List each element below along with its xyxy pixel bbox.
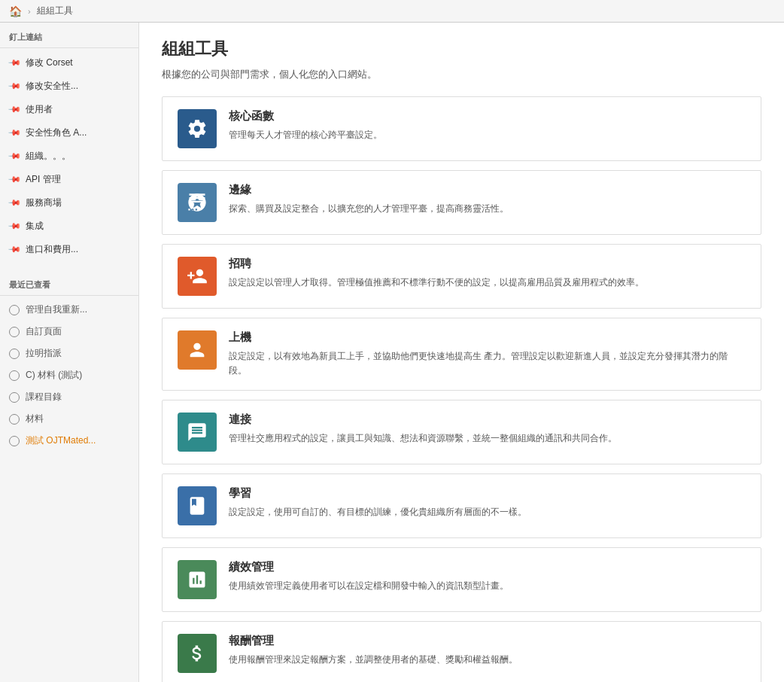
page-subtitle: 根據您的公司與部門需求，個人化您的入口網站。 — [162, 68, 761, 81]
card-desc-core-functions: 管理每天人才管理的核心跨平臺設定。 — [229, 128, 746, 142]
card-title-onboarding: 上機 — [229, 330, 746, 345]
sidebar-item-material[interactable]: 材料 — [0, 408, 138, 430]
sidebar-item-course-catalog[interactable]: 課程目錄 — [0, 386, 138, 408]
pin-icon: 📌 — [7, 242, 21, 257]
recent-section-title: 最近已查看 — [0, 270, 138, 296]
card-content-edge: 邊緣 探索、購買及設定整合，以擴充您的人才管理平臺，提高商務靈活性。 — [229, 183, 746, 216]
card-title-compensation: 報酬管理 — [229, 634, 746, 648]
sidebar-item-integration[interactable]: 📌 集成 — [0, 215, 138, 238]
main-layout: 釘上連結 📌 修改 Corset 📌 修改安全性... 📌 使用者 📌 安全性角… — [0, 23, 784, 682]
sidebar-item-modify-security[interactable]: 📌 修改安全性... — [0, 75, 138, 98]
card-desc-performance: 使用績效管理定義使用者可以在設定檔和開發中輸入的資訊類型計畫。 — [229, 579, 746, 593]
card-icon-performance — [178, 560, 217, 599]
recent-item-label: C) 材料 (測試) — [26, 369, 82, 382]
card-desc-learning: 設定設定，使用可自訂的、有目標的訓練，優化貴組織所有層面的不一樣。 — [229, 505, 746, 519]
card-content-core-functions: 核心函數 管理每天人才管理的核心跨平臺設定。 — [229, 109, 746, 142]
recent-icon — [9, 414, 20, 425]
card-title-recruiting: 招聘 — [229, 257, 746, 271]
recent-icon — [9, 305, 20, 315]
sidebar-item-marketplace[interactable]: 📌 服務商場 — [0, 191, 138, 215]
recent-item-label: 自訂頁面 — [26, 325, 62, 338]
card-connect[interactable]: 連接 管理社交應用程式的設定，讓員工與知識、想法和資源聯繫，並統一整個組織的通訊… — [162, 400, 761, 464]
sidebar-item-import[interactable]: 📌 進口和費用... — [0, 238, 138, 261]
card-desc-connect: 管理社交應用程式的設定，讓員工與知識、想法和資源聯繫，並統一整個組織的通訊和共同… — [229, 431, 746, 446]
sidebar-item-modify-corset[interactable]: 📌 修改 Corset — [0, 51, 138, 75]
sidebar-item-laming[interactable]: 拉明指派 — [0, 343, 138, 364]
recent-icon — [9, 327, 20, 337]
sidebar-item-test-ojt[interactable]: 測試 OJTMated... — [0, 430, 138, 452]
card-icon-compensation — [178, 634, 217, 673]
sidebar-item-security-roles[interactable]: 📌 安全性角色 A... — [0, 121, 138, 145]
sidebar-item-org[interactable]: 📌 組織。。。 — [0, 145, 138, 168]
pinned-section-title: 釘上連結 — [0, 23, 138, 48]
breadcrumb-current: 組組工具 — [37, 5, 73, 17]
sidebar-item-manage-self-refresh[interactable]: 管理自我重新... — [0, 299, 138, 321]
pin-icon: 📌 — [7, 219, 21, 233]
page-title: 組組工具 — [162, 38, 761, 60]
pin-icon: 📌 — [7, 56, 21, 70]
card-recruiting[interactable]: 招聘 設定設定以管理人才取得。管理極值推薦和不標準行動不便的設定，以提高雇用品質… — [162, 244, 761, 309]
sidebar-item-api[interactable]: 📌 API 管理 — [0, 168, 138, 191]
sidebar-item-label: 集成 — [26, 220, 44, 233]
sidebar-item-material-test[interactable]: C) 材料 (測試) — [0, 364, 138, 386]
sidebar-item-label: 修改 Corset — [26, 56, 73, 69]
sidebar-item-label: 服務商場 — [26, 196, 62, 209]
card-content-connect: 連接 管理社交應用程式的設定，讓員工與知識、想法和資源聯繫，並統一整個組織的通訊… — [229, 413, 746, 446]
card-icon-edge — [178, 183, 217, 222]
card-performance[interactable]: 績效管理 使用績效管理定義使用者可以在設定檔和開發中輸入的資訊類型計畫。 — [162, 547, 761, 612]
breadcrumb-bar: 🏠 › 組組工具 — [0, 0, 784, 23]
sidebar-item-label: 組織。。。 — [26, 150, 71, 163]
card-content-compensation: 報酬管理 使用報酬管理來設定報酬方案，並調整使用者的基礎、獎勵和權益報酬。 — [229, 634, 746, 667]
card-content-onboarding: 上機 設定設定，以有效地為新員工上手，並協助他們更快速地提高生 產力。管理設定以… — [229, 330, 746, 378]
recent-icon — [9, 349, 20, 359]
card-icon-core-functions — [178, 109, 217, 148]
sidebar-item-users[interactable]: 📌 使用者 — [0, 98, 138, 121]
recent-item-label: 課程目錄 — [26, 391, 62, 403]
card-content-learning: 學習 設定設定，使用可自訂的、有目標的訓練，優化貴組織所有層面的不一樣。 — [229, 486, 746, 519]
pin-icon: 📌 — [7, 79, 21, 93]
card-icon-learning — [178, 486, 217, 525]
pin-icon: 📌 — [7, 149, 21, 163]
card-title-learning: 學習 — [229, 486, 746, 501]
card-onboarding[interactable]: 上機 設定設定，以有效地為新員工上手，並協助他們更快速地提高生 產力。管理設定以… — [162, 318, 761, 391]
card-icon-onboarding — [178, 330, 217, 370]
recent-item-label: 測試 OJTMated... — [26, 434, 96, 447]
sidebar: 釘上連結 📌 修改 Corset 📌 修改安全性... 📌 使用者 📌 安全性角… — [0, 23, 139, 682]
card-title-edge: 邊緣 — [229, 183, 746, 197]
recent-item-label: 材料 — [26, 413, 44, 425]
pin-icon: 📌 — [7, 196, 21, 210]
card-desc-recruiting: 設定設定以管理人才取得。管理極值推薦和不標準行動不便的設定，以提高雇用品質及雇用… — [229, 276, 746, 290]
card-desc-onboarding: 設定設定，以有效地為新員工上手，並協助他們更快速地提高生 產力。管理設定以歡迎新… — [229, 349, 746, 378]
card-icon-recruiting — [178, 257, 217, 296]
pin-icon: 📌 — [7, 126, 21, 140]
recent-item-label: 拉明指派 — [26, 347, 62, 360]
card-title-performance: 績效管理 — [229, 560, 746, 574]
card-core-functions[interactable]: 核心函數 管理每天人才管理的核心跨平臺設定。 — [162, 96, 761, 161]
home-icon[interactable]: 🏠 — [9, 5, 22, 17]
sidebar-item-label: 安全性角色 A... — [26, 126, 87, 139]
content-area: 組組工具 根據您的公司與部門需求，個人化您的入口網站。 核心函數 管理每天人才管… — [139, 23, 784, 682]
sidebar-item-label: 使用者 — [26, 103, 53, 116]
card-edge[interactable]: 邊緣 探索、購買及設定整合，以擴充您的人才管理平臺，提高商務靈活性。 — [162, 170, 761, 235]
recent-icon — [9, 370, 20, 381]
sidebar-item-label: API 管理 — [26, 173, 61, 186]
card-learning[interactable]: 學習 設定設定，使用可自訂的、有目標的訓練，優化貴組織所有層面的不一樣。 — [162, 473, 761, 538]
card-desc-edge: 探索、購買及設定整合，以擴充您的人才管理平臺，提高商務靈活性。 — [229, 202, 746, 216]
pin-icon: 📌 — [7, 172, 21, 187]
card-title-connect: 連接 — [229, 413, 746, 427]
card-content-recruiting: 招聘 設定設定以管理人才取得。管理極值推薦和不標準行動不便的設定，以提高雇用品質… — [229, 257, 746, 290]
recent-icon — [9, 436, 20, 446]
sidebar-item-label: 修改安全性... — [26, 80, 78, 93]
card-title-core-functions: 核心函數 — [229, 109, 746, 123]
pin-icon: 📌 — [7, 102, 21, 117]
card-compensation[interactable]: 報酬管理 使用報酬管理來設定報酬方案，並調整使用者的基礎、獎勵和權益報酬。 — [162, 621, 761, 682]
card-content-performance: 績效管理 使用績效管理定義使用者可以在設定檔和開發中輸入的資訊類型計畫。 — [229, 560, 746, 593]
recent-item-label: 管理自我重新... — [26, 303, 87, 316]
breadcrumb-separator: › — [28, 7, 31, 16]
recent-icon — [9, 392, 20, 403]
sidebar-item-custom-page[interactable]: 自訂頁面 — [0, 321, 138, 343]
card-icon-connect — [178, 413, 217, 452]
card-desc-compensation: 使用報酬管理來設定報酬方案，並調整使用者的基礎、獎勵和權益報酬。 — [229, 653, 746, 667]
sidebar-item-label: 進口和費用... — [26, 243, 78, 256]
